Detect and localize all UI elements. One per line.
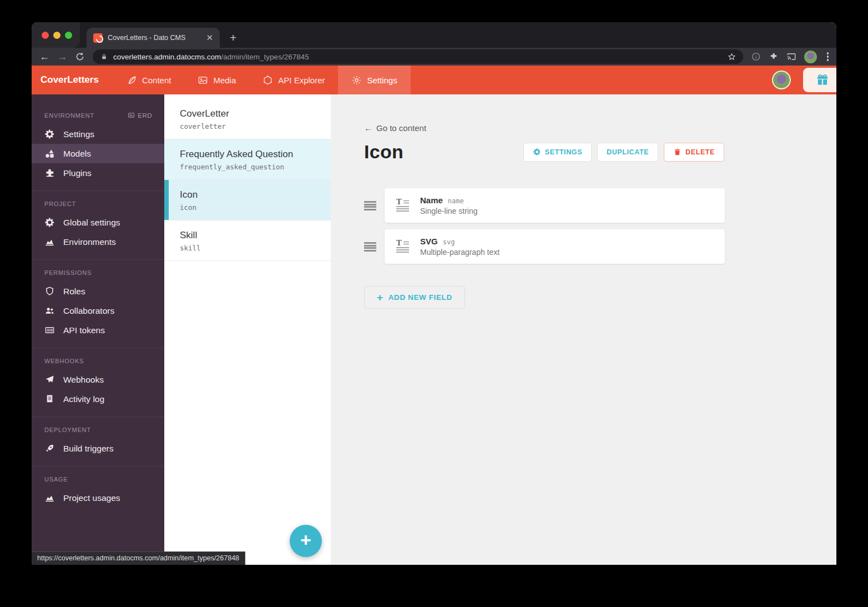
sidebar-item-api-tokens[interactable]: API tokens: [32, 320, 164, 340]
sidebar-item-roles[interactable]: Roles: [32, 282, 164, 301]
back-icon[interactable]: ←: [39, 52, 49, 62]
gear-icon: [44, 129, 55, 139]
plus-icon: +: [300, 530, 311, 549]
sidebar-item-label: Settings: [63, 129, 94, 139]
maximize-window-button[interactable]: [65, 32, 72, 39]
minimize-window-button[interactable]: [53, 32, 60, 39]
go-to-content-link[interactable]: ← Go to content: [364, 123, 426, 133]
sidebar-item-plugins[interactable]: Plugins: [32, 163, 164, 183]
sidebar-item-label: Plugins: [63, 168, 92, 178]
reload-icon[interactable]: [75, 52, 85, 62]
url-path: /admin/item_types/267845: [221, 53, 309, 61]
back-link-label: Go to content: [376, 123, 426, 133]
nav-item-media[interactable]: Media: [184, 66, 249, 94]
model-item-icon[interactable]: Icon icon: [164, 180, 331, 220]
browser-menu-icon[interactable]: [825, 52, 831, 61]
browser-profile-avatar[interactable]: [804, 51, 817, 63]
nav-item-content[interactable]: Content: [113, 66, 185, 94]
section-label-webhooks: WEBHOOKS: [44, 358, 84, 364]
add-new-field-button[interactable]: + ADD NEW FIELD: [364, 286, 465, 309]
field-card-name[interactable]: T Name name Single-line string: [385, 188, 725, 223]
diagram-icon: [128, 112, 135, 119]
sidebar-section-usage: USAGE Project usages: [32, 466, 164, 515]
sidebar-section-deployment: DEPLOYMENT Build triggers: [32, 417, 164, 466]
url-text: coverletters.admin.datocms.com/admin/ite…: [113, 53, 721, 61]
model-api-key: icon: [180, 203, 325, 212]
sidebar-item-models[interactable]: Models: [32, 144, 164, 163]
drag-handle-icon[interactable]: [364, 201, 376, 210]
sidebar-item-label: Project usages: [63, 493, 120, 503]
sidebar-item-label: Activity log: [63, 394, 104, 404]
delete-button[interactable]: DELETE: [664, 143, 724, 162]
duplicate-button[interactable]: DUPLICATE: [597, 143, 658, 162]
sidebar-item-label: Models: [63, 149, 91, 159]
section-label-deployment: DEPLOYMENT: [44, 427, 91, 433]
sidebar-item-label: API tokens: [63, 325, 105, 335]
media-icon: [198, 75, 208, 86]
sidebar-item-build-triggers[interactable]: Build triggers: [32, 439, 164, 458]
user-avatar[interactable]: [772, 71, 791, 89]
sidebar-item-activity-log[interactable]: Activity log: [32, 389, 164, 409]
gift-button[interactable]: [803, 68, 836, 92]
add-model-button[interactable]: +: [290, 525, 322, 557]
sidebar-section-project: PROJECT Global settings Environments: [32, 190, 164, 259]
duplicate-button-label: DUPLICATE: [607, 148, 649, 156]
settings-button[interactable]: SETTINGS: [523, 143, 592, 162]
extensions-icon[interactable]: [769, 52, 779, 62]
sidebar-item-label: Global settings: [63, 218, 120, 228]
tab-title: CoverLetters - Dato CMS: [108, 34, 200, 42]
add-new-field-label: ADD NEW FIELD: [388, 293, 452, 302]
sidebar-item-label: Webhooks: [63, 375, 104, 385]
field-card-svg[interactable]: T SVG svg Multiple-paragraph text: [385, 229, 725, 264]
trash-icon: [673, 148, 682, 156]
browser-tab[interactable]: CoverLetters - Dato CMS ✕: [87, 28, 220, 48]
cast-icon[interactable]: [786, 52, 796, 62]
page-title: Icon: [364, 141, 523, 163]
sidebar-item-webhooks[interactable]: Webhooks: [32, 370, 164, 389]
text-field-icon: T: [395, 197, 411, 214]
model-item-skill[interactable]: Skill skill: [164, 220, 331, 261]
settings-button-label: SETTINGS: [545, 148, 582, 156]
close-window-button[interactable]: [42, 32, 49, 39]
model-item-coverletter[interactable]: CoverLetter coverletter: [164, 99, 331, 139]
app-brand[interactable]: CoverLetters: [32, 66, 113, 94]
erd-button[interactable]: ERD: [128, 112, 152, 119]
sidebar-item-environments[interactable]: Environments: [32, 232, 164, 252]
nav-item-api-explorer[interactable]: API Explorer: [249, 66, 338, 94]
model-api-key: frequently_asked_question: [180, 163, 325, 171]
gear-icon: [533, 148, 541, 156]
settings-sidebar: ENVIRONMENT ERD Settings Models Plug: [32, 94, 164, 565]
forward-icon[interactable]: →: [57, 52, 67, 62]
model-item-frequently-asked-question[interactable]: Frequently Asked Question frequently_ask…: [164, 139, 331, 180]
model-api-key: coverletter: [180, 122, 325, 131]
area-chart-icon: [44, 493, 55, 503]
back-arrow-icon: ←: [364, 123, 372, 133]
sidebar-item-project-usages[interactable]: Project usages: [32, 488, 164, 508]
nav-item-label: Settings: [367, 76, 397, 85]
url-bar[interactable]: coverletters.admin.datocms.com/admin/ite…: [93, 49, 743, 64]
nav-item-settings[interactable]: Settings: [338, 66, 410, 94]
model-name: CoverLetter: [180, 108, 325, 119]
delete-button-label: DELETE: [685, 148, 715, 156]
drag-handle-icon[interactable]: [364, 242, 376, 252]
sidebar-item-settings[interactable]: Settings: [32, 124, 164, 144]
datocms-favicon-icon: [93, 33, 103, 43]
sidebar-section-environment: ENVIRONMENT ERD Settings Models Plug: [32, 102, 164, 190]
bookmark-star-icon[interactable]: [727, 52, 736, 62]
paper-plane-icon: [44, 374, 55, 385]
sidebar-item-collaborators[interactable]: Collaborators: [32, 301, 164, 320]
gear-icon: [44, 217, 55, 228]
field-list: T Name name Single-line string: [364, 188, 836, 309]
url-host: coverletters.admin.datocms.com: [113, 53, 221, 61]
sidebar-item-global-settings[interactable]: Global settings: [32, 213, 164, 232]
sidebar-item-label: Roles: [63, 287, 85, 297]
new-tab-button[interactable]: +: [230, 32, 236, 43]
info-icon[interactable]: [751, 52, 761, 62]
model-name: Skill: [180, 230, 325, 241]
text-field-icon: T: [395, 238, 411, 255]
gift-icon: [815, 73, 830, 87]
sidebar-item-label: Collaborators: [63, 306, 114, 316]
feather-icon: [127, 75, 137, 86]
model-name: Frequently Asked Question: [180, 149, 325, 160]
tab-close-icon[interactable]: ✕: [205, 33, 214, 43]
